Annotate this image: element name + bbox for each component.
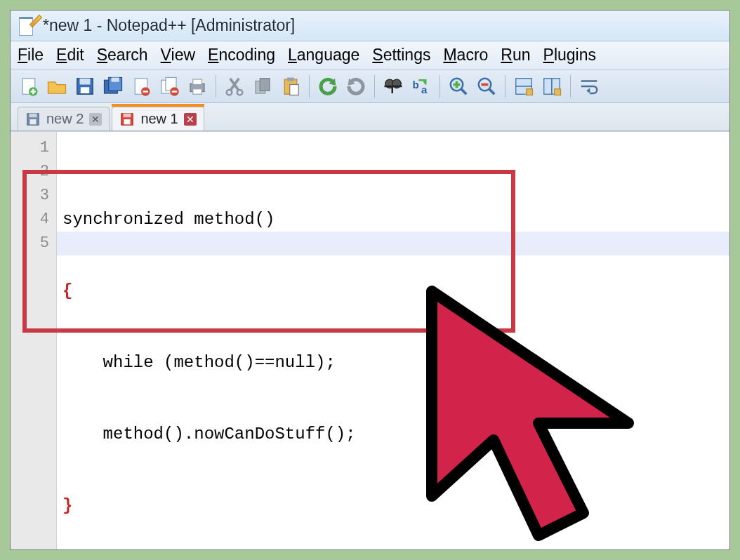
svg-rect-36 <box>29 113 37 117</box>
close-all-icon[interactable] <box>157 74 182 99</box>
zoom-out-icon[interactable] <box>474 74 499 99</box>
svg-point-17 <box>237 90 243 95</box>
svg-rect-14 <box>193 79 202 85</box>
close-tab-icon[interactable]: ✕ <box>89 113 102 126</box>
menu-encoding[interactable]: Encoding <box>208 46 275 65</box>
toolbar-separator <box>309 75 310 98</box>
save-all-icon[interactable] <box>100 74 126 99</box>
svg-text:a: a <box>421 84 428 95</box>
toolbar-separator <box>216 75 216 98</box>
menu-search[interactable]: Search <box>97 46 148 65</box>
toolbar-separator <box>440 75 440 98</box>
paste-icon[interactable] <box>278 74 303 99</box>
line-number: 2 <box>11 160 49 184</box>
zoom-in-icon[interactable] <box>446 74 471 99</box>
svg-rect-15 <box>193 88 202 94</box>
line-number: 3 <box>11 184 49 208</box>
disk-icon <box>25 112 41 127</box>
menu-settings[interactable]: Settings <box>372 46 430 65</box>
svg-rect-21 <box>287 77 294 81</box>
svg-rect-34 <box>555 88 561 95</box>
menu-plugins[interactable]: Plugins <box>543 46 596 65</box>
replace-icon[interactable]: ba <box>409 74 434 99</box>
menu-language[interactable]: Language <box>288 46 359 65</box>
menu-macro[interactable]: Macro <box>443 46 488 65</box>
svg-rect-31 <box>527 88 533 95</box>
line-number: 4 <box>11 208 49 232</box>
word-wrap-icon[interactable] <box>576 74 602 99</box>
menu-view[interactable]: View <box>161 46 195 65</box>
svg-rect-19 <box>260 78 270 91</box>
menu-run[interactable]: Run <box>501 46 530 65</box>
tab-label: new 2 <box>46 111 84 127</box>
toolbar-separator <box>505 75 506 98</box>
line-number: 1 <box>11 136 49 160</box>
svg-rect-4 <box>81 87 90 93</box>
cut-icon[interactable] <box>222 74 247 99</box>
svg-rect-29 <box>516 78 532 86</box>
window: *new 1 - Notepad++ [Administrator] File … <box>10 10 730 550</box>
svg-rect-40 <box>124 119 131 124</box>
svg-text:b: b <box>413 78 419 90</box>
tab-new-1[interactable]: new 1 ✕ <box>112 107 204 131</box>
close-file-icon[interactable] <box>128 74 154 99</box>
disk-unsaved-icon <box>119 112 135 127</box>
code-line: synchronized method() <box>62 208 729 232</box>
menu-edit[interactable]: Edit <box>56 46 84 65</box>
svg-rect-39 <box>124 113 131 117</box>
save-icon[interactable] <box>72 74 98 99</box>
svg-rect-7 <box>112 77 119 81</box>
menu-file[interactable]: File <box>18 46 44 65</box>
svg-rect-22 <box>290 84 299 95</box>
line-number: 5 <box>11 232 49 255</box>
find-icon[interactable] <box>381 74 406 99</box>
copy-icon[interactable] <box>250 74 275 99</box>
titlebar: *new 1 - Notepad++ [Administrator] <box>11 11 729 41</box>
svg-rect-37 <box>29 119 36 124</box>
close-tab-icon[interactable]: ✕ <box>184 113 197 126</box>
svg-point-16 <box>227 90 232 95</box>
svg-rect-3 <box>80 78 91 84</box>
toolbar: ba <box>11 69 729 103</box>
toolbar-separator <box>374 75 375 98</box>
new-file-icon[interactable] <box>16 74 41 99</box>
menubar: File Edit Search View Encoding Language … <box>11 41 729 69</box>
print-icon[interactable] <box>185 74 210 99</box>
undo-icon[interactable] <box>315 74 341 99</box>
tabbar: new 2 ✕ new 1 ✕ <box>11 103 729 131</box>
sync-v-icon[interactable] <box>511 74 536 99</box>
toolbar-separator <box>570 75 571 98</box>
sync-h-icon[interactable] <box>539 74 564 99</box>
annotation-cursor-icon <box>390 277 699 558</box>
window-title: *new 1 - Notepad++ [Administrator] <box>43 16 295 35</box>
app-icon <box>16 16 36 36</box>
open-file-icon[interactable] <box>44 74 70 99</box>
line-gutter: 1 2 3 4 5 <box>11 132 57 549</box>
tab-label: new 1 <box>140 111 178 127</box>
redo-icon[interactable] <box>343 74 369 99</box>
svg-rect-32 <box>544 78 552 94</box>
tab-new-2[interactable]: new 2 ✕ <box>18 107 110 131</box>
